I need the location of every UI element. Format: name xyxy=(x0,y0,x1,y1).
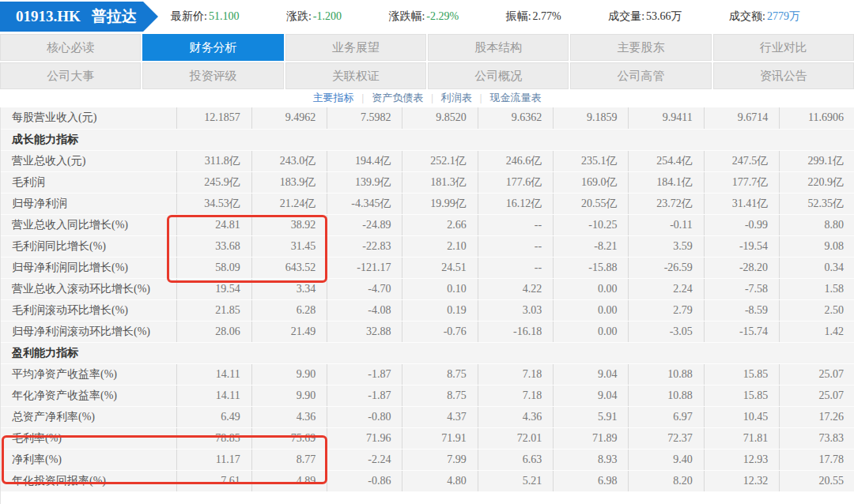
table-row: 平均净资产收益率(%)14.119.90-1.878.757.189.0410.… xyxy=(1,363,854,385)
row-value: 15.85 xyxy=(704,363,779,385)
row-value: 235.1亿 xyxy=(554,150,629,171)
table-row: 毛利润滚动环比增长(%)21.856.28-4.080.193.030.002.… xyxy=(1,299,854,321)
quote-value-turnover: 2779万 xyxy=(767,10,800,22)
row-value: 8.93 xyxy=(554,449,629,470)
row-value: 6.28 xyxy=(251,299,327,321)
row-value: 12.93 xyxy=(704,449,779,470)
table-row: 每股营业收入(元)12.18579.49627.59829.85209.6362… xyxy=(1,107,854,129)
row-value: 20.55亿 xyxy=(554,193,629,214)
row-value: 11.6906 xyxy=(780,107,854,129)
row-value: 4.22 xyxy=(478,278,553,299)
section-title: 盈利能力指标 xyxy=(1,342,854,363)
table-row: 营业总收入同比增长(%)24.8138.92-24.892.66---10.25… xyxy=(1,214,854,235)
row-label: 毛利润同比增长(%) xyxy=(1,235,176,257)
stock-quote-bar: 01913.HK 普拉达 最新价:51.100涨跌:-1.200涨跌幅:-2.2… xyxy=(0,0,854,33)
quote-field-turnover: 成交额:2779万 xyxy=(729,9,800,24)
tab-industry-compare[interactable]: 行业对比 xyxy=(713,34,854,61)
row-value: 181.3亿 xyxy=(402,171,478,193)
row-value: 10.45 xyxy=(704,406,779,427)
row-value: 9.6362 xyxy=(478,107,553,129)
tab-news-announcements[interactable]: 资讯公告 xyxy=(713,62,854,89)
subnav-balance-sheet[interactable]: 资产负债表 xyxy=(372,92,423,103)
tab-core-reading[interactable]: 核心必读 xyxy=(0,34,141,61)
row-value: 7.99 xyxy=(402,449,478,470)
row-value: 9.90 xyxy=(251,363,327,385)
row-label: 毛利润 xyxy=(1,171,176,193)
row-value: 34.53亿 xyxy=(176,193,251,214)
quote-value-change: -1.200 xyxy=(313,10,342,22)
quote-value-latest-price: 51.100 xyxy=(209,10,240,22)
tab-major-shareholders[interactable]: 主要股东 xyxy=(570,34,711,61)
row-value: 7.18 xyxy=(478,385,553,406)
row-value: 72.37 xyxy=(629,427,704,449)
row-value: 8.75 xyxy=(402,363,478,385)
row-value: 25.07 xyxy=(780,363,854,385)
row-value: 0.00 xyxy=(554,278,629,299)
row-value: 6.98 xyxy=(554,470,629,491)
financial-table-wrap: 每股营业收入(元)12.18579.49627.59829.85209.6362… xyxy=(0,107,854,504)
row-value: 169.0亿 xyxy=(554,171,629,193)
row-value: 21.85 xyxy=(176,299,251,321)
tab-company-executives[interactable]: 公司高管 xyxy=(570,62,711,89)
stock-financial-page: 01913.HK 普拉达 最新价:51.100涨跌:-1.200涨跌幅:-2.2… xyxy=(0,0,854,504)
row-value: 3.03 xyxy=(478,299,553,321)
financial-table: 每股营业收入(元)12.18579.49627.59829.85209.6362… xyxy=(1,107,854,492)
row-label: 毛利率(%) xyxy=(1,427,176,449)
row-label: 毛利润滚动环比增长(%) xyxy=(1,299,176,321)
tab-business-outlook[interactable]: 业务展望 xyxy=(285,34,426,61)
row-value: 9.6714 xyxy=(704,107,779,129)
tab-related-warrants[interactable]: 关联权证 xyxy=(285,62,426,89)
quote-value-change-pct: -2.29% xyxy=(426,10,459,22)
row-value: 4.80 xyxy=(402,470,478,491)
row-value: 15.85 xyxy=(704,385,779,406)
row-value: -8.59 xyxy=(704,299,779,321)
row-value: -7.58 xyxy=(704,278,779,299)
row-value: 0.34 xyxy=(780,257,854,278)
row-value: -1.87 xyxy=(327,385,402,406)
row-value: 9.90 xyxy=(251,385,327,406)
row-value: 7.5982 xyxy=(327,107,402,129)
quote-label-volume: 成交量: xyxy=(608,10,644,22)
row-value: 243.0亿 xyxy=(251,150,327,171)
row-value: 247.5亿 xyxy=(704,150,779,171)
row-label: 营业总收入同比增长(%) xyxy=(1,214,176,235)
row-label: 营业总收入滚动环比增长(%) xyxy=(1,278,176,299)
row-value: 20.55 xyxy=(780,470,854,491)
row-value: 17.26 xyxy=(780,406,854,427)
row-value: 9.9411 xyxy=(629,107,704,129)
tab-company-events[interactable]: 公司大事 xyxy=(0,62,141,89)
tab-equity-structure[interactable]: 股本结构 xyxy=(428,34,569,61)
row-value: 71.91 xyxy=(402,427,478,449)
row-value: 177.7亿 xyxy=(704,171,779,193)
tab-financial-analysis[interactable]: 财务分析 xyxy=(142,34,283,61)
row-value: -24.89 xyxy=(327,214,402,235)
row-value: -0.11 xyxy=(629,214,704,235)
quote-value-amplitude: 2.77% xyxy=(533,10,561,22)
quote-label-latest-price: 最新价: xyxy=(171,10,207,22)
row-value: 17.78 xyxy=(780,449,854,470)
row-value: -- xyxy=(478,214,553,235)
tab-company-profile[interactable]: 公司概况 xyxy=(428,62,569,89)
row-value: 0.19 xyxy=(402,299,478,321)
report-subnav: 主要指标|资产负债表|利润表|现金流量表 xyxy=(0,88,854,107)
row-value: -10.25 xyxy=(554,214,629,235)
row-value: 2.10 xyxy=(402,235,478,257)
tab-investment-rating[interactable]: 投资评级 xyxy=(142,62,283,89)
subnav-income-statement[interactable]: 利润表 xyxy=(441,92,472,103)
quote-field-change-pct: 涨跌幅:-2.29% xyxy=(388,9,459,24)
subnav-key-indicators[interactable]: 主要指标 xyxy=(313,92,354,103)
row-value: -0.80 xyxy=(327,406,402,427)
row-value: 12.1857 xyxy=(176,107,251,129)
table-row: 毛利率(%)78.8575.6971.9671.9172.0171.8972.3… xyxy=(1,427,854,449)
table-row: 归母净利润同比增长(%)58.09643.52-121.1724.51---15… xyxy=(1,257,854,278)
row-value: -8.21 xyxy=(554,235,629,257)
table-row: 总资产净利率(%)6.494.36-0.804.374.365.916.9710… xyxy=(1,406,854,427)
row-value: 643.52 xyxy=(251,257,327,278)
stock-code: 01913.HK xyxy=(16,8,81,25)
subnav-cash-flow[interactable]: 现金流量表 xyxy=(489,92,541,103)
row-value: -4.70 xyxy=(327,278,402,299)
row-value: 177.6亿 xyxy=(478,171,553,193)
row-value: 11.17 xyxy=(176,449,251,470)
row-value: 71.89 xyxy=(554,427,629,449)
quote-label-change-pct: 涨跌幅: xyxy=(388,10,425,22)
